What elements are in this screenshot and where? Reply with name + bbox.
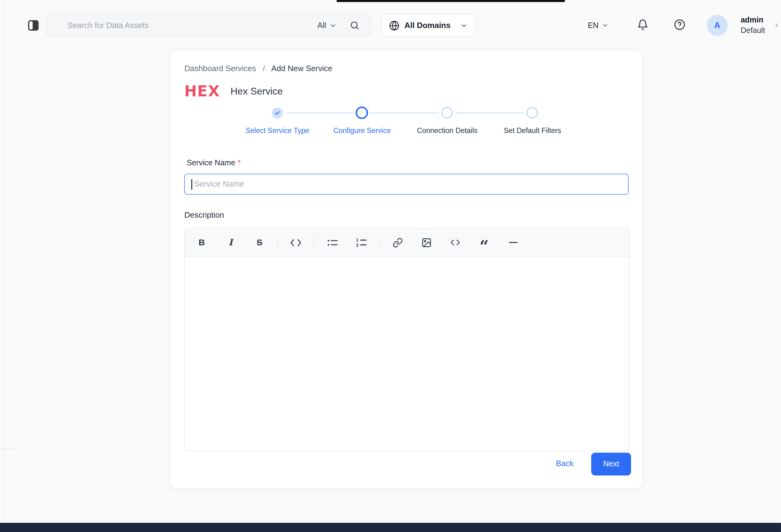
service-name-field	[184, 174, 628, 194]
language-selector[interactable]: EN	[587, 19, 608, 32]
service-name-input[interactable]	[193, 174, 628, 194]
search-input[interactable]	[46, 14, 317, 36]
domains-label: All Domains	[404, 21, 455, 30]
help-icon[interactable]	[674, 19, 685, 30]
svg-text:2: 2	[356, 243, 359, 247]
step-label-configure-service[interactable]: Configure Service	[333, 127, 391, 135]
add-service-card: Dashboard Services / Add New Service HEX…	[170, 50, 643, 489]
step-circle-configure-service[interactable]	[356, 106, 368, 119]
step-circle-connection-details[interactable]	[441, 107, 453, 119]
service-name-label: Service Name*	[187, 158, 241, 167]
user-avatar[interactable]: A	[707, 15, 728, 36]
toolbar-divider	[379, 236, 380, 249]
step-circle-select-service-type[interactable]	[272, 107, 283, 119]
chevron-down-icon	[460, 21, 467, 29]
description-editor-body[interactable]	[185, 257, 629, 451]
toolbar-divider	[278, 236, 278, 249]
step-label-set-default-filters[interactable]: Set Default Filters	[504, 127, 561, 135]
user-name: admin	[741, 14, 765, 25]
search-scope-label: All	[318, 21, 326, 30]
bulleted-list-icon[interactable]	[321, 233, 343, 252]
sidebar-toggle-icon[interactable]	[28, 19, 39, 32]
hex-logo: HEX	[184, 82, 220, 101]
code-block-icon[interactable]	[444, 233, 466, 252]
numbered-list-icon[interactable]: 12	[350, 233, 372, 252]
inline-code-icon[interactable]	[285, 233, 307, 252]
description-label: Description	[184, 211, 224, 220]
breadcrumb: Dashboard Services / Add New Service	[184, 64, 332, 73]
svg-text:1: 1	[356, 238, 359, 242]
check-icon	[275, 110, 280, 116]
chevron-right-icon[interactable]	[773, 22, 780, 29]
toolbar-divider	[314, 236, 315, 249]
breadcrumb-separator: /	[263, 64, 265, 73]
user-team: Default	[741, 25, 765, 35]
domains-dropdown[interactable]: All Domains	[381, 14, 476, 37]
search-scope-dropdown[interactable]: All	[318, 21, 337, 30]
back-button[interactable]: Back	[556, 459, 574, 468]
service-header: HEX Hex Service	[184, 81, 283, 101]
user-menu[interactable]: admin Default	[741, 14, 765, 35]
sidebar-tick	[0, 449, 17, 449]
description-editor: B I S 12	[184, 228, 629, 451]
horizontal-rule-icon[interactable]	[502, 233, 524, 252]
globe-icon	[389, 20, 400, 31]
next-button[interactable]: Next	[591, 453, 631, 475]
page-title: Hex Service	[230, 85, 283, 97]
link-icon[interactable]	[386, 233, 408, 252]
chevron-down-icon	[329, 21, 337, 29]
notifications-bell-icon[interactable]	[637, 19, 649, 30]
strikethrough-icon[interactable]: S	[249, 233, 271, 252]
top-bar: All All Domains EN	[0, 0, 781, 50]
step-label-select-service-type[interactable]: Select Service Type	[245, 127, 309, 135]
sidebar-edge	[4, 0, 5, 523]
breadcrumb-current: Add New Service	[271, 64, 332, 73]
required-asterisk: *	[238, 158, 241, 167]
breadcrumb-dashboard-services[interactable]: Dashboard Services	[184, 64, 256, 73]
blockquote-icon[interactable]: “	[473, 229, 495, 256]
horizontal-rule-mark	[509, 242, 517, 243]
service-name-label-text: Service Name	[187, 158, 235, 167]
image-icon[interactable]	[415, 233, 437, 252]
step-circle-set-default-filters[interactable]	[526, 107, 538, 119]
editor-toolbar: B I S 12	[185, 228, 629, 257]
bold-icon[interactable]: B	[191, 233, 212, 252]
italic-icon[interactable]: I	[219, 233, 241, 252]
global-search-bar: All	[46, 14, 371, 37]
chevron-down-icon	[602, 22, 609, 29]
search-icon[interactable]	[350, 20, 359, 30]
bottom-bar	[0, 523, 781, 532]
avatar-initial: A	[714, 20, 720, 30]
stepper-line	[278, 113, 532, 114]
app-window: All All Domains EN	[0, 0, 781, 532]
language-label: EN	[587, 21, 599, 30]
text-caret	[191, 179, 192, 189]
step-label-connection-details[interactable]: Connection Details	[417, 127, 478, 135]
